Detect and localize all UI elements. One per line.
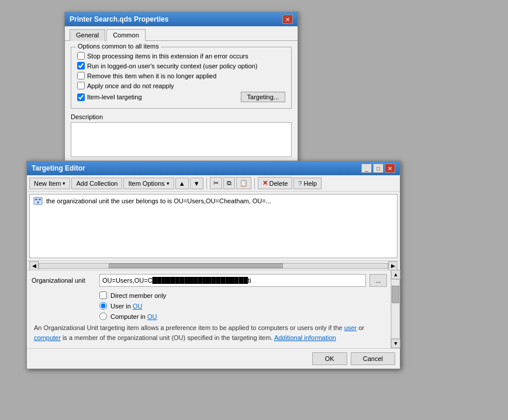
scrollbar-thumb[interactable] bbox=[109, 263, 283, 268]
scroll-up[interactable]: ▲ bbox=[391, 270, 400, 279]
bottom-panel: Organizational unit ... Direct member on… bbox=[27, 270, 400, 348]
scroll-right[interactable]: ▶ bbox=[388, 261, 398, 270]
targeting-list[interactable]: the organizational unit the user belongs… bbox=[29, 194, 398, 258]
down-button[interactable]: ▼ bbox=[190, 178, 203, 189]
targeting-titlebar: Targeting Editor _ □ ✕ bbox=[27, 161, 400, 175]
delete-x-icon: ✕ bbox=[262, 179, 268, 187]
ok-button[interactable]: OK bbox=[312, 352, 347, 365]
ou-icon bbox=[33, 196, 43, 206]
properties-content: Options common to all items Stop process… bbox=[65, 41, 298, 164]
additional-info-link[interactable]: Additional information bbox=[274, 334, 336, 341]
checkbox-label-1: Run in logged-on user's security context… bbox=[87, 63, 257, 70]
delete-button[interactable]: ✕ Delete bbox=[258, 177, 293, 189]
up-button[interactable]: ▲ bbox=[175, 178, 189, 189]
direct-member-checkbox[interactable] bbox=[99, 291, 107, 299]
new-item-label: New Item bbox=[34, 180, 61, 187]
checkbox-row-2: Remove this item when it is no longer ap… bbox=[77, 72, 285, 79]
bottom-panel-wrapper: Organizational unit ... Direct member on… bbox=[27, 270, 400, 348]
new-item-arrow: ▾ bbox=[63, 181, 65, 186]
direct-member-label: Direct member only bbox=[110, 292, 166, 299]
properties-titlebar: Printer Search.qds Properties ✕ bbox=[65, 12, 298, 26]
scroll-left[interactable]: ◀ bbox=[29, 261, 39, 270]
checkbox-label-3: Apply once and do not reapply bbox=[87, 82, 174, 89]
description-section: Description bbox=[71, 113, 292, 158]
description-label: Description bbox=[71, 113, 292, 120]
computer-in-ou-label: Computer in OU bbox=[110, 313, 157, 320]
computer-link[interactable]: computer bbox=[34, 334, 61, 341]
list-item: the organizational unit the user belongs… bbox=[30, 195, 397, 207]
user-in-ou-label: User in OU bbox=[110, 303, 142, 310]
item-options-arrow: ▾ bbox=[167, 181, 170, 186]
targeting-row: Item-level targeting Targeting... bbox=[77, 92, 285, 102]
dialog-footer: OK Cancel bbox=[27, 348, 400, 369]
checkbox-row-3: Apply once and do not reapply bbox=[77, 82, 285, 89]
separator-1 bbox=[206, 178, 207, 189]
add-collection-button[interactable]: Add Collection bbox=[71, 178, 122, 189]
tab-common[interactable]: Common bbox=[106, 29, 146, 41]
description-textarea[interactable] bbox=[71, 122, 292, 157]
titlebar-controls: _ □ ✕ bbox=[361, 164, 395, 173]
user-in-ou-row: User in OU bbox=[99, 302, 387, 310]
group-title: Options common to all items bbox=[76, 43, 161, 50]
scroll-down[interactable]: ▼ bbox=[391, 339, 400, 348]
targeting-button[interactable]: Targeting... bbox=[241, 92, 285, 102]
checkbox-label-4: Item-level targeting bbox=[87, 93, 142, 100]
checkbox-4[interactable] bbox=[77, 93, 85, 101]
add-collection-label: Add Collection bbox=[76, 180, 118, 187]
checkbox-label-0: Stop processing items in this extension … bbox=[87, 53, 248, 60]
properties-title: Printer Search.qds Properties bbox=[70, 15, 168, 23]
ou-browse-button[interactable]: ... bbox=[369, 274, 387, 287]
options-group: Options common to all items Stop process… bbox=[71, 47, 292, 109]
tab-general[interactable]: General bbox=[70, 29, 105, 41]
cancel-button[interactable]: Cancel bbox=[351, 352, 395, 365]
list-item-icon bbox=[33, 196, 43, 206]
checkbox-3[interactable] bbox=[77, 82, 85, 89]
checkbox-1[interactable] bbox=[77, 62, 85, 70]
checkbox-row-1: Run in logged-on user's security context… bbox=[77, 62, 285, 70]
computer-ou-link[interactable]: OU bbox=[147, 313, 157, 320]
ou-label: Organizational unit bbox=[32, 277, 96, 284]
svg-rect-3 bbox=[37, 202, 39, 203]
help-button[interactable]: ? Help bbox=[293, 178, 322, 189]
copy-button[interactable]: ⧉ bbox=[223, 177, 235, 189]
ou-description: An Organizational Unit targeting item al… bbox=[32, 323, 387, 342]
user-in-ou-radio[interactable] bbox=[99, 302, 107, 310]
item-options-button[interactable]: Item Options ▾ bbox=[123, 178, 174, 189]
svg-rect-2 bbox=[39, 199, 41, 200]
targeting-close-button[interactable]: ✕ bbox=[385, 164, 395, 173]
direct-member-row: Direct member only bbox=[99, 291, 387, 299]
maximize-button[interactable]: □ bbox=[373, 164, 383, 173]
targeting-dialog: Targeting Editor _ □ ✕ New Item ▾ Add Co… bbox=[26, 161, 400, 369]
properties-dialog: Printer Search.qds Properties ✕ General … bbox=[64, 12, 298, 165]
right-scrollbar[interactable]: ▲ ▼ bbox=[390, 270, 400, 348]
svg-rect-0 bbox=[34, 197, 42, 204]
vscroll-thumb[interactable] bbox=[392, 286, 399, 303]
checkbox-label-2: Remove this item when it is no longer ap… bbox=[87, 72, 216, 79]
horizontal-scrollbar[interactable]: ◀ ▶ bbox=[27, 261, 400, 270]
new-item-button[interactable]: New Item ▾ bbox=[29, 178, 70, 189]
ou-row: Organizational unit ... bbox=[32, 274, 387, 287]
list-container: the organizational unit the user belongs… bbox=[27, 194, 400, 270]
checkbox-2[interactable] bbox=[77, 72, 85, 79]
properties-tab-bar: General Common bbox=[65, 26, 298, 41]
item-options-label: Item Options bbox=[128, 180, 164, 187]
checkbox-row-0: Stop processing items in this extension … bbox=[77, 52, 285, 60]
minimize-button[interactable]: _ bbox=[361, 164, 372, 173]
paste-button[interactable]: 📋 bbox=[236, 177, 251, 189]
computer-in-ou-radio[interactable] bbox=[99, 313, 107, 320]
svg-rect-1 bbox=[35, 199, 37, 200]
ou-input[interactable] bbox=[99, 274, 366, 287]
help-label: Help bbox=[303, 180, 317, 187]
targeting-toolbar: New Item ▾ Add Collection Item Options ▾… bbox=[27, 175, 400, 192]
computer-in-ou-row: Computer in OU bbox=[99, 313, 387, 320]
vscroll-track[interactable] bbox=[391, 279, 400, 339]
list-item-text: the organizational unit the user belongs… bbox=[46, 197, 271, 204]
cut-button[interactable]: ✂ bbox=[210, 177, 222, 189]
scrollbar-track[interactable] bbox=[39, 263, 388, 269]
delete-label: Delete bbox=[269, 180, 288, 187]
help-icon: ? bbox=[298, 180, 302, 187]
checkbox-0[interactable] bbox=[77, 52, 85, 60]
user-ou-link[interactable]: OU bbox=[133, 303, 143, 310]
properties-close-button[interactable]: ✕ bbox=[282, 15, 293, 24]
user-link[interactable]: user bbox=[344, 324, 357, 331]
